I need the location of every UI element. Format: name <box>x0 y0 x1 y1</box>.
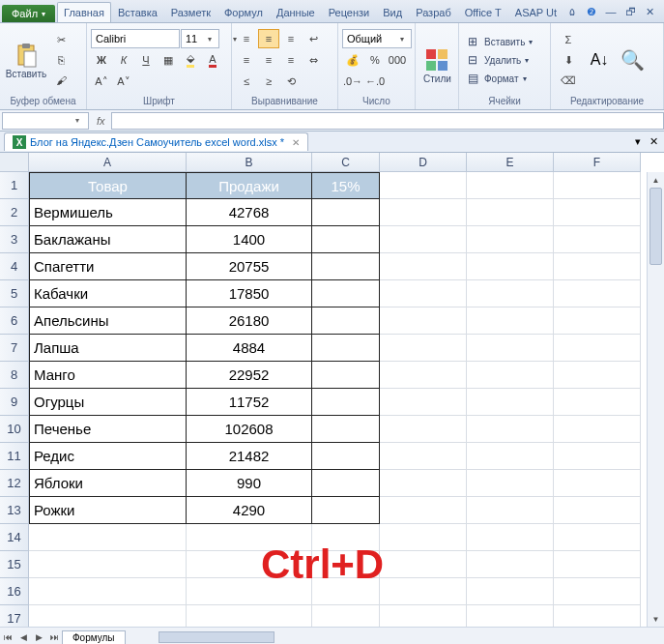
cell[interactable] <box>380 172 467 199</box>
cell[interactable] <box>312 335 380 362</box>
cell[interactable] <box>380 389 467 416</box>
minimize-ribbon-icon[interactable]: ۵ <box>565 5 579 18</box>
cell[interactable] <box>554 172 641 199</box>
cell[interactable] <box>187 551 312 578</box>
row-header[interactable]: 17 <box>0 605 29 627</box>
cell[interactable]: Рожки <box>29 497 187 524</box>
cell[interactable] <box>554 199 641 226</box>
cell[interactable] <box>467 172 554 199</box>
cell[interactable] <box>380 335 467 362</box>
font-size-combo[interactable]: ▾ <box>181 29 219 48</box>
cell[interactable] <box>554 362 641 389</box>
cell[interactable] <box>554 253 641 280</box>
cell[interactable] <box>29 578 187 605</box>
insert-cells-button[interactable]: ⊞Вставить▾ <box>463 33 534 50</box>
cell[interactable]: Редис <box>29 443 187 470</box>
cell[interactable] <box>312 470 380 497</box>
cell[interactable] <box>380 551 467 578</box>
cell[interactable] <box>554 307 641 335</box>
cell[interactable] <box>187 524 312 551</box>
tab-formulas[interactable]: Формул <box>217 2 270 22</box>
close-tab-icon[interactable]: ✕ <box>292 137 300 148</box>
font-name-combo[interactable]: ▾ <box>91 29 180 48</box>
cell[interactable] <box>312 362 380 389</box>
cell[interactable] <box>380 307 467 335</box>
cell[interactable] <box>312 524 380 551</box>
font-color-button[interactable]: A <box>202 50 223 70</box>
cell[interactable] <box>312 551 380 578</box>
cell[interactable] <box>554 524 641 551</box>
cell[interactable] <box>467 524 554 551</box>
scroll-up-icon[interactable]: ▲ <box>648 172 664 188</box>
column-header-e[interactable]: E <box>467 153 554 172</box>
cell[interactable] <box>312 253 380 280</box>
chevron-down-icon[interactable]: ▾ <box>395 35 409 44</box>
number-format-combo[interactable]: ▾ <box>342 29 412 48</box>
cell[interactable] <box>554 416 641 443</box>
cell[interactable] <box>467 280 554 307</box>
increase-font-button[interactable]: A˄ <box>91 72 112 91</box>
cut-button[interactable]: ✂ <box>50 30 72 49</box>
sheet-next-icon[interactable]: ▶ <box>31 632 46 642</box>
chevron-down-icon[interactable]: ▾ <box>72 116 82 125</box>
cell[interactable]: 102608 <box>187 416 312 443</box>
scroll-down-icon[interactable]: ▼ <box>648 611 664 627</box>
cell[interactable]: Апельсины <box>29 307 187 335</box>
orientation-button[interactable]: ⟲ <box>280 72 302 91</box>
cell[interactable] <box>380 280 467 307</box>
cell[interactable] <box>467 389 554 416</box>
sheet-prev-icon[interactable]: ◀ <box>15 632 31 642</box>
align-middle-button[interactable]: ≡ <box>258 29 279 48</box>
tab-insert[interactable]: Вставка <box>111 2 164 22</box>
cell[interactable]: 4884 <box>187 335 312 362</box>
cell[interactable] <box>312 443 380 470</box>
decrease-indent-button[interactable]: ≤ <box>236 72 257 91</box>
comma-button[interactable]: 000 <box>387 50 408 70</box>
align-left-button[interactable]: ≡ <box>236 50 257 70</box>
cell[interactable] <box>380 226 467 253</box>
decrease-decimal-button[interactable]: ←.0 <box>364 72 386 91</box>
tab-view[interactable]: Вид <box>376 2 409 22</box>
cell[interactable] <box>380 578 467 605</box>
select-all-corner[interactable] <box>0 153 29 172</box>
align-top-button[interactable]: ≡ <box>236 29 257 48</box>
copy-button[interactable]: ⎘ <box>50 50 72 70</box>
cell[interactable]: 15% <box>312 172 380 199</box>
merge-button[interactable]: ⇔ <box>303 50 324 70</box>
row-header[interactable]: 5 <box>0 280 29 307</box>
scroll-thumb[interactable] <box>159 631 274 643</box>
cell[interactable]: Спагетти <box>29 253 187 280</box>
cell[interactable]: Товар <box>29 172 187 199</box>
number-format-input[interactable] <box>343 33 395 44</box>
fill-button[interactable]: ⬇ <box>555 50 582 70</box>
cell[interactable]: 17850 <box>187 280 312 307</box>
cell[interactable] <box>380 524 467 551</box>
cell[interactable] <box>467 551 554 578</box>
row-header[interactable]: 7 <box>0 335 29 362</box>
align-bottom-button[interactable]: ≡ <box>280 29 302 48</box>
tab-home[interactable]: Главная <box>57 2 111 22</box>
autosum-button[interactable]: Σ <box>555 30 582 49</box>
cell[interactable]: 21482 <box>187 443 312 470</box>
row-header[interactable]: 11 <box>0 443 29 470</box>
clear-button[interactable]: ⌫ <box>555 71 582 90</box>
scroll-thumb[interactable] <box>650 188 662 265</box>
name-box[interactable]: ▾ <box>2 112 89 130</box>
cell[interactable]: 11752 <box>187 389 312 416</box>
row-header[interactable]: 15 <box>0 551 29 578</box>
cells-area[interactable]: ТоварПродажи15%Вермишель42768Баклажаны14… <box>29 172 647 627</box>
cell[interactable] <box>554 226 641 253</box>
help-icon[interactable]: ❷ <box>585 5 598 18</box>
cell[interactable]: Огурцы <box>29 389 187 416</box>
cell[interactable]: 990 <box>187 470 312 497</box>
window-restore-icon[interactable]: 🗗 <box>623 5 637 18</box>
name-box-input[interactable] <box>3 115 72 127</box>
sheet-last-icon[interactable]: ⏭ <box>46 632 62 642</box>
bold-button[interactable]: Ж <box>91 50 112 70</box>
cell[interactable]: 20755 <box>187 253 312 280</box>
tab-office[interactable]: Office T <box>458 2 508 22</box>
cell[interactable] <box>312 389 380 416</box>
cell[interactable] <box>467 253 554 280</box>
row-header[interactable]: 3 <box>0 226 29 253</box>
cell[interactable] <box>554 497 641 524</box>
